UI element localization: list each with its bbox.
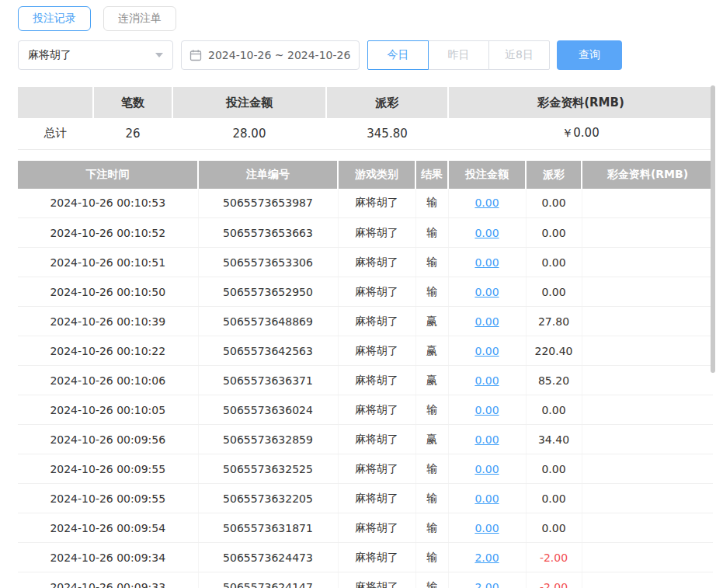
summary-header-payout: 派彩 (326, 87, 448, 118)
table-row: 2024-10-26 00:09:33 5065573624147 麻将胡了 输… (18, 572, 713, 588)
header-result: 结果 (415, 161, 448, 189)
bonus-cell (582, 366, 713, 395)
bet-amount-cell: 0.00 (448, 277, 526, 307)
summary-header-corner (18, 87, 93, 118)
table-row: 2024-10-26 00:10:52 5065573653663 麻将胡了 输… (18, 218, 713, 248)
result-cell: 输 (415, 513, 448, 543)
game-select[interactable]: 麻将胡了 (18, 40, 173, 70)
bet-amount-link[interactable]: 0.00 (474, 345, 499, 357)
bet-time-cell: 2024-10-26 00:10:53 (18, 189, 198, 218)
bonus-cell (582, 425, 713, 454)
last8days-button[interactable]: 近8日 (488, 40, 550, 70)
order-no-cell: 5065573636024 (198, 395, 338, 425)
bet-amount-cell: 0.00 (448, 425, 526, 454)
result-cell: 赢 (415, 307, 448, 336)
summary-header-bet-amount: 投注金额 (172, 87, 326, 118)
payout-cell: 0.00 (526, 248, 582, 277)
order-no-cell: 5065573632859 (198, 425, 338, 454)
bet-amount-link[interactable]: 0.00 (474, 227, 499, 239)
tab-cancel-orders[interactable]: 连消注单 (103, 6, 176, 31)
result-cell: 输 (415, 543, 448, 572)
bonus-cell (582, 336, 713, 366)
payout-cell: 0.00 (526, 189, 582, 218)
records-table: 下注时间 注单编号 游戏类别 结果 投注金额 派彩 彩金资料(RMB) 2024… (18, 161, 713, 588)
scrollbar-track[interactable] (711, 85, 715, 588)
today-button[interactable]: 今日 (367, 40, 429, 70)
bet-amount-link[interactable]: 2.00 (474, 581, 499, 588)
table-row: 2024-10-26 00:10:05 5065573636024 麻将胡了 输… (18, 395, 713, 425)
bet-amount-link[interactable]: 0.00 (474, 463, 499, 475)
bet-time-cell: 2024-10-26 00:10:22 (18, 336, 198, 366)
filter-bar: 麻将胡了 2024-10-26 ~ 2024-10-26 今日 昨日 (18, 40, 713, 70)
summary-bet-amount-value: 28.00 (172, 118, 326, 149)
result-cell: 输 (415, 277, 448, 307)
bet-amount-cell: 0.00 (448, 307, 526, 336)
bet-time-cell: 2024-10-26 00:09:55 (18, 484, 198, 513)
bet-amount-link[interactable]: 0.00 (474, 374, 499, 387)
order-no-cell: 5065573636371 (198, 366, 338, 395)
header-payout: 派彩 (526, 161, 582, 189)
bet-amount-link[interactable]: 0.00 (474, 197, 499, 209)
table-row: 2024-10-26 00:09:56 5065573632859 麻将胡了 赢… (18, 425, 713, 454)
game-type-cell: 麻将胡了 (338, 307, 415, 336)
bet-amount-link[interactable]: 0.00 (474, 404, 499, 416)
result-cell: 输 (415, 395, 448, 425)
payout-cell: 0.00 (526, 513, 582, 543)
bonus-cell (582, 572, 713, 588)
summary-bonus-value: ￥0.00 (448, 118, 713, 149)
bet-amount-link[interactable]: 0.00 (474, 286, 499, 298)
bonus-cell (582, 248, 713, 277)
table-row: 2024-10-26 00:10:50 5065573652950 麻将胡了 输… (18, 277, 713, 307)
order-no-cell: 5065573653987 (198, 189, 338, 218)
date-range-value: 2024-10-26 ~ 2024-10-26 (208, 49, 350, 61)
bet-amount-link[interactable]: 0.00 (474, 492, 499, 505)
bet-amount-link[interactable]: 0.00 (474, 315, 499, 328)
bet-time-cell: 2024-10-26 00:10:06 (18, 366, 198, 395)
bet-amount-cell: 0.00 (448, 336, 526, 366)
tab-bet-records[interactable]: 投注记录 (18, 6, 91, 31)
game-type-cell: 麻将胡了 (338, 543, 415, 572)
bet-time-cell: 2024-10-26 00:10:52 (18, 218, 198, 248)
payout-cell: 85.20 (526, 366, 582, 395)
result-cell: 赢 (415, 336, 448, 366)
bonus-cell (582, 395, 713, 425)
page: 投注记录 连消注单 麻将胡了 2024-10-26 ~ 2024-10-26 (0, 0, 716, 588)
game-type-cell: 麻将胡了 (338, 189, 415, 218)
result-cell: 输 (415, 218, 448, 248)
tab-bet-records-label: 投注记录 (33, 12, 76, 26)
yesterday-button-label: 昨日 (448, 48, 470, 62)
yesterday-button[interactable]: 昨日 (428, 40, 489, 70)
tab-cancel-orders-label: 连消注单 (118, 12, 162, 26)
bet-time-cell: 2024-10-26 00:10:51 (18, 248, 198, 277)
bet-time-cell: 2024-10-26 00:10:39 (18, 307, 198, 336)
game-type-cell: 麻将胡了 (338, 425, 415, 454)
bet-time-cell: 2024-10-26 00:10:05 (18, 395, 198, 425)
query-button[interactable]: 查询 (557, 40, 622, 70)
quick-date-group: 今日 昨日 近8日 (367, 40, 550, 70)
game-type-cell: 麻将胡了 (338, 395, 415, 425)
table-row: 2024-10-26 00:10:22 5065573642563 麻将胡了 赢… (18, 336, 713, 366)
bet-amount-link[interactable]: 0.00 (474, 522, 499, 534)
summary-total-label: 总计 (18, 118, 93, 149)
bet-time-cell: 2024-10-26 00:10:50 (18, 277, 198, 307)
game-type-cell: 麻将胡了 (338, 366, 415, 395)
bet-amount-cell: 0.00 (448, 218, 526, 248)
game-type-cell: 麻将胡了 (338, 218, 415, 248)
table-row: 2024-10-26 00:10:39 5065573648869 麻将胡了 赢… (18, 307, 713, 336)
date-range-input[interactable]: 2024-10-26 ~ 2024-10-26 (181, 40, 360, 70)
bet-time-cell: 2024-10-26 00:09:33 (18, 572, 198, 588)
result-cell: 赢 (415, 366, 448, 395)
bonus-cell (582, 218, 713, 248)
payout-cell: 220.40 (526, 336, 582, 366)
summary-count-value: 26 (93, 118, 172, 149)
scrollbar-thumb[interactable] (711, 85, 715, 373)
summary-header-row: 笔数 投注金额 派彩 彩金资料(RMB) (18, 87, 713, 118)
bet-amount-link[interactable]: 2.00 (474, 551, 499, 564)
bet-amount-link[interactable]: 0.00 (474, 256, 499, 269)
bet-time-cell: 2024-10-26 00:09:34 (18, 543, 198, 572)
today-button-label: 今日 (388, 48, 409, 62)
game-type-cell: 麻将胡了 (338, 248, 415, 277)
bet-amount-link[interactable]: 0.00 (474, 433, 499, 446)
header-game-type: 游戏类别 (338, 161, 415, 189)
result-cell: 输 (415, 572, 448, 588)
